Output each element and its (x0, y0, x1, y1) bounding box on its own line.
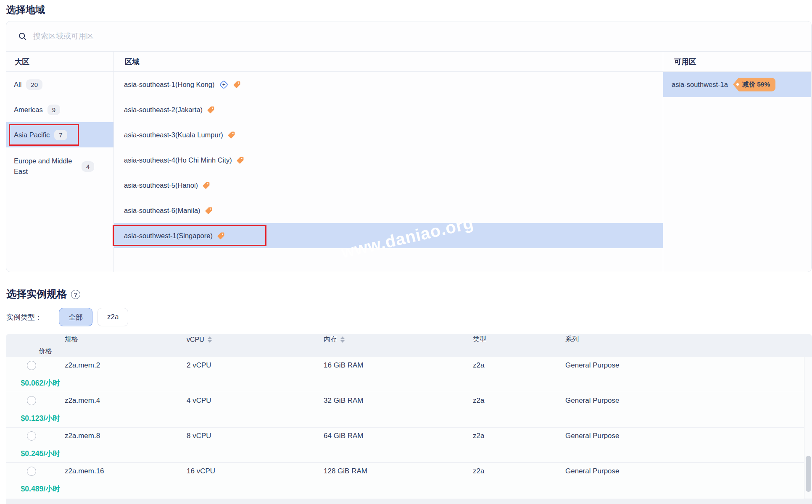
cell-price: $0.489/小时 (6, 484, 65, 494)
spec-section-header: 选择实例规格 ? (6, 287, 80, 301)
discount-tag-icon (236, 156, 244, 164)
major-region-item-all[interactable]: All 20 (6, 72, 113, 97)
table-row-z2a-mem-16[interactable]: z2a.mem.16 16 vCPU 128 GiB RAM z2a Gener… (6, 463, 804, 498)
region-picker-card: 大区 All 20 Americas 9 Asia Pacific 7 Euro… (6, 21, 812, 272)
search-bar (6, 21, 811, 52)
cell-series: General Purpose (565, 432, 804, 440)
spec-section-title: 选择实例规格 (6, 287, 67, 301)
region-columns: 大区 All 20 Americas 9 Asia Pacific 7 Euro… (6, 52, 811, 272)
cell-vcpu: 2 vCPU (187, 361, 324, 370)
header-type: 类型 (473, 335, 565, 344)
discount-tag-icon (217, 232, 225, 240)
discount-badge: 减价 59% (733, 78, 775, 92)
premium-diamond-icon (219, 80, 229, 89)
discount-tag-icon (207, 106, 215, 114)
cell-memory: 64 GiB RAM (324, 432, 473, 440)
page-title: 选择地域 (6, 3, 45, 16)
sort-icon[interactable] (208, 336, 212, 343)
discount-tag-icon (202, 181, 210, 189)
region-item-ho-chi-minh-city[interactable]: asia-southeast-4(Ho Chi Minh City) (114, 147, 663, 173)
sort-icon[interactable] (340, 336, 345, 343)
table-row-z2a-mem-2[interactable]: z2a.mem.2 2 vCPU 16 GiB RAM z2a General … (6, 357, 804, 392)
table-bottom-strip (6, 499, 812, 504)
cell-series: General Purpose (565, 361, 804, 370)
zone-item-asia-southwest-1a[interactable]: asia-southwest-1a 减价 59% (663, 72, 811, 97)
region-item-hong-kong[interactable]: asia-southeast-1(Hong Kong) (114, 72, 663, 97)
major-region-header: 大区 (6, 52, 113, 72)
zone-header: 可用区 (663, 52, 811, 72)
region-item-manila[interactable]: asia-southeast-6(Manila) (114, 198, 663, 223)
cell-spec: z2a.mem.2 (65, 361, 187, 370)
discount-tag-icon (205, 207, 213, 215)
major-region-item-asia-pacific[interactable]: Asia Pacific 7 (6, 122, 113, 147)
major-region-item-americas[interactable]: Americas 9 (6, 97, 113, 122)
region-item-hanoi[interactable]: asia-southeast-5(Hanoi) (114, 173, 663, 198)
region-item-singapore[interactable]: asia-southwest-1(Singapore) (114, 223, 663, 248)
count-badge: 7 (54, 130, 67, 140)
cell-vcpu: 16 vCPU (187, 467, 324, 475)
instance-type-filter: 实例类型： 全部 z2a (6, 308, 128, 326)
type-filter-all-button[interactable]: 全部 (59, 308, 92, 326)
cell-series: General Purpose (565, 396, 804, 405)
cell-type: z2a (473, 432, 565, 440)
count-badge: 20 (26, 79, 42, 90)
cell-spec: z2a.mem.16 (65, 467, 187, 475)
instance-type-label: 实例类型： (6, 312, 42, 322)
cell-spec: z2a.mem.8 (65, 432, 187, 440)
row-radio[interactable] (27, 361, 36, 370)
spec-table-header: 规格 vCPU 内存 类型 系列 价格 (6, 334, 812, 357)
header-spec: 规格 (65, 335, 187, 344)
table-row-z2a-mem-8[interactable]: z2a.mem.8 8 vCPU 64 GiB RAM z2a General … (6, 428, 804, 463)
scrollbar-thumb[interactable] (806, 456, 811, 492)
type-filter-z2a-button[interactable]: z2a (98, 308, 128, 326)
region-header: 区域 (114, 52, 663, 72)
header-series: 系列 (565, 335, 812, 344)
cell-price: $0.062/小时 (6, 378, 65, 388)
spec-table: 规格 vCPU 内存 类型 系列 价格 z2a.mem.2 2 vCPU 16 … (6, 334, 812, 498)
row-radio[interactable] (27, 396, 36, 405)
cell-vcpu: 8 vCPU (187, 432, 324, 440)
cell-price: $0.123/小时 (6, 413, 65, 423)
cell-type: z2a (473, 361, 565, 370)
header-memory[interactable]: 内存 (324, 335, 473, 344)
row-radio[interactable] (27, 467, 36, 476)
cell-type: z2a (473, 467, 565, 475)
region-item-jakarta[interactable]: asia-southeast-2(Jakarta) (114, 97, 663, 122)
discount-tag-icon (233, 81, 241, 89)
cell-vcpu: 4 vCPU (187, 396, 324, 405)
count-badge: 9 (47, 105, 60, 115)
table-row-z2a-mem-4[interactable]: z2a.mem.4 4 vCPU 32 GiB RAM z2a General … (6, 392, 804, 428)
major-region-column: 大区 All 20 Americas 9 Asia Pacific 7 Euro… (6, 52, 114, 272)
row-radio[interactable] (27, 431, 36, 441)
cell-memory: 128 GiB RAM (324, 467, 473, 475)
search-input[interactable] (33, 32, 799, 41)
region-item-kuala-lumpur[interactable]: asia-southeast-3(Kuala Lumpur) (114, 122, 663, 147)
discount-tag-icon (227, 131, 235, 139)
region-column: 区域 asia-southeast-1(Hong Kong) asia-sout… (114, 52, 663, 272)
count-badge: 4 (82, 161, 94, 172)
cell-memory: 32 GiB RAM (324, 396, 473, 405)
cell-memory: 16 GiB RAM (324, 361, 473, 370)
header-vcpu[interactable]: vCPU (187, 336, 324, 344)
cell-type: z2a (473, 396, 565, 405)
cell-price: $0.245/小时 (6, 449, 65, 459)
search-icon (18, 32, 27, 41)
header-price: 价格 (6, 347, 65, 356)
help-icon[interactable]: ? (71, 290, 80, 299)
major-region-item-europe-middle-east[interactable]: Europe and Middle East 4 (6, 147, 113, 185)
zone-column: 可用区 asia-southwest-1a 减价 59% (663, 52, 811, 272)
cell-spec: z2a.mem.4 (65, 396, 187, 405)
cell-series: General Purpose (565, 467, 804, 475)
